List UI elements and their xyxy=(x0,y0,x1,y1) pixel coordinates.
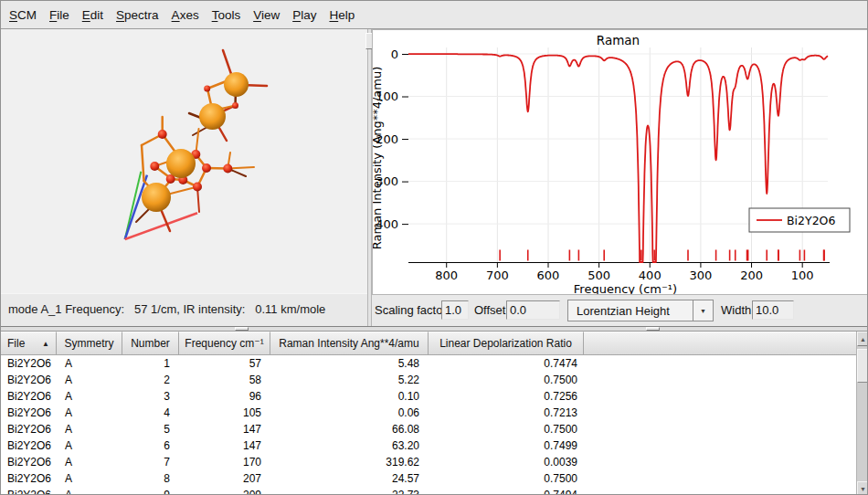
svg-text:Bi2Y2O6: Bi2Y2O6 xyxy=(787,214,835,227)
cell-2: 6 xyxy=(122,437,179,454)
cell-2: 5 xyxy=(122,421,179,437)
column-header-5[interactable]: Linear Depolarization Ratio xyxy=(429,332,584,355)
cell-5: 0.7500 xyxy=(429,421,584,437)
cell-4: 22.73 xyxy=(270,487,429,495)
scroll-down-button[interactable]: ▼ xyxy=(857,481,868,495)
svg-text:600: 600 xyxy=(537,269,560,282)
cell-0: Bi2Y2O6 xyxy=(1,421,57,437)
column-header-2[interactable]: Number xyxy=(122,332,179,355)
cell-3: 209 xyxy=(179,487,270,495)
cell-5: 0.7500 xyxy=(429,372,584,388)
table-row[interactable]: Bi2Y2O6A920922.730.7494 xyxy=(1,487,868,495)
cell-5: 0.7494 xyxy=(429,487,584,495)
cell-0: Bi2Y2O6 xyxy=(1,487,57,495)
cell-4: 0.06 xyxy=(270,405,429,421)
table-row[interactable]: Bi2Y2O6A514766.080.7500 xyxy=(1,421,868,437)
table-row[interactable]: Bi2Y2O6A820724.570.7500 xyxy=(1,470,868,487)
table-row[interactable]: Bi2Y2O6A614763.200.7499 xyxy=(1,437,868,454)
cell-4: 24.57 xyxy=(270,470,429,487)
menu-help[interactable]: Help xyxy=(329,8,355,22)
cell-5: 0.7499 xyxy=(429,437,584,454)
menu-view[interactable]: View xyxy=(253,8,280,22)
cell-3: 207 xyxy=(179,470,270,487)
cell-4: 66.08 xyxy=(270,421,429,437)
cell-3: 58 xyxy=(179,372,270,388)
table-header-row: File▲SymmetryNumberFrequency cm⁻¹Raman I… xyxy=(1,332,868,355)
column-header-1[interactable]: Symmetry xyxy=(57,332,122,355)
svg-text:Frequency (cm⁻¹): Frequency (cm⁻¹) xyxy=(574,282,677,294)
cell-1: A xyxy=(57,405,122,421)
arrow-up-icon: ▲ xyxy=(860,336,866,342)
cell-4: 5.48 xyxy=(270,355,429,372)
cell-2: 3 xyxy=(122,388,179,405)
menu-axes[interactable]: Axes xyxy=(172,8,199,22)
offset-label: Offset: xyxy=(474,303,509,317)
scrollbar-thumb[interactable] xyxy=(857,349,868,383)
column-header-3[interactable]: Frequency cm⁻¹ xyxy=(179,332,270,355)
cell-1: A xyxy=(57,372,122,388)
cell-5: 0.7256 xyxy=(429,388,584,405)
table-row[interactable]: Bi2Y2O6A2585.220.7500 xyxy=(1,372,868,388)
table-row[interactable]: Bi2Y2O6A7170319.620.0039 xyxy=(1,454,868,470)
cell-0: Bi2Y2O6 xyxy=(1,388,57,405)
horizontal-splitter-handle[interactable] xyxy=(646,327,660,331)
menu-spectra[interactable]: Spectra xyxy=(116,8,159,22)
arrow-down-icon: ▼ xyxy=(860,486,866,492)
cell-0: Bi2Y2O6 xyxy=(1,470,57,487)
cell-1: A xyxy=(57,437,122,454)
cell-1: A xyxy=(57,355,122,372)
menu-scm[interactable]: SCM xyxy=(9,8,37,22)
chevron-down-icon: ▼ xyxy=(700,308,706,314)
svg-text:100: 100 xyxy=(791,269,814,282)
svg-text:700: 700 xyxy=(486,269,509,282)
cell-2: 4 xyxy=(122,405,179,421)
menu-play[interactable]: Play xyxy=(292,8,316,22)
molecule-viewport[interactable] xyxy=(1,29,367,293)
menu-bar: SCMFileEditSpectraAxesToolsViewPlayHelp xyxy=(1,1,867,29)
column-header-filler xyxy=(584,332,868,355)
lineshape-combobox[interactable]: Lorentzian Height ▼ xyxy=(567,300,714,321)
spectrum-controls-bar: Scaling factor: Offset: Lorentzian Heigh… xyxy=(372,295,868,326)
cell-0: Bi2Y2O6 xyxy=(1,355,57,372)
column-header-4[interactable]: Raman Intensity Ang**4/amu xyxy=(270,332,429,355)
raman-spectrum-chart[interactable]: 8007006005004003002001000100200300400Ram… xyxy=(373,30,868,294)
table-row[interactable]: Bi2Y2O6A41050.060.7213 xyxy=(1,405,868,421)
cell-2: 2 xyxy=(122,372,179,388)
menu-file[interactable]: File xyxy=(49,8,69,22)
cell-4: 0.10 xyxy=(270,388,429,405)
cell-1: A xyxy=(57,388,122,405)
table-row[interactable]: Bi2Y2O6A3960.100.7256 xyxy=(1,388,868,405)
table-row[interactable]: Bi2Y2O6A1575.480.7474 xyxy=(1,355,868,372)
svg-text:200: 200 xyxy=(740,269,763,282)
scaling-factor-label: Scaling factor: xyxy=(375,303,450,317)
cell-0: Bi2Y2O6 xyxy=(1,405,57,421)
cell-0: Bi2Y2O6 xyxy=(1,454,57,470)
column-header-0[interactable]: File▲ xyxy=(1,332,57,355)
menu-tools[interactable]: Tools xyxy=(212,8,241,22)
cell-4: 319.62 xyxy=(270,454,429,470)
cell-5: 0.7213 xyxy=(429,405,584,421)
svg-text:500: 500 xyxy=(587,269,610,282)
cell-1: A xyxy=(57,421,122,437)
cell-5: 0.7474 xyxy=(429,355,584,372)
lineshape-selected-value: Lorentzian Height xyxy=(568,304,693,318)
cell-2: 1 xyxy=(122,355,179,372)
cell-0: Bi2Y2O6 xyxy=(1,437,57,454)
cell-3: 105 xyxy=(179,405,270,421)
offset-input[interactable] xyxy=(506,300,560,320)
combobox-dropdown-button[interactable]: ▼ xyxy=(693,300,713,321)
scaling-factor-input[interactable] xyxy=(441,300,469,320)
svg-text:Raman Intensity (Ang**4/amu): Raman Intensity (Ang**4/amu) xyxy=(373,67,384,249)
horizontal-splitter-handle[interactable] xyxy=(235,327,249,331)
cell-5: 0.7500 xyxy=(429,470,584,487)
scroll-up-button[interactable]: ▲ xyxy=(857,332,868,346)
cell-3: 147 xyxy=(179,421,270,437)
cell-3: 96 xyxy=(179,388,270,405)
sort-ascending-icon: ▲ xyxy=(42,340,49,348)
menu-edit[interactable]: Edit xyxy=(82,8,103,22)
table-scrollbar[interactable]: ▲ ▼ xyxy=(856,332,868,495)
raman-chart-panel: 8007006005004003002001000100200300400Ram… xyxy=(372,29,868,295)
cell-5: 0.0039 xyxy=(429,454,584,470)
width-input[interactable] xyxy=(752,300,794,320)
cell-2: 8 xyxy=(122,470,179,487)
